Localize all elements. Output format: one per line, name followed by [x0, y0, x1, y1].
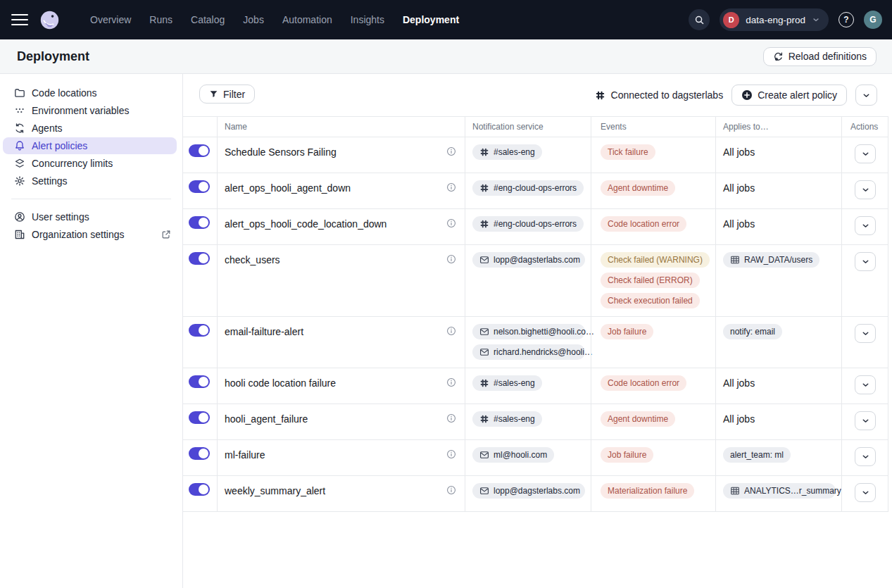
- policy-enabled-toggle[interactable]: [189, 375, 210, 388]
- reload-definitions-button[interactable]: Reload definitions: [763, 47, 877, 66]
- main-content: Filter Connected to dagsterlabs Create a…: [183, 74, 892, 588]
- sidebar-item-environment-variables[interactable]: Environment variables: [3, 102, 177, 119]
- policy-name-cell: Schedule Sensors Failing: [217, 137, 465, 173]
- sidebar-item-label: Concurrency limits: [32, 158, 113, 169]
- reload-definitions-label: Reload definitions: [789, 51, 867, 62]
- policy-toggle-cell: [183, 317, 217, 368]
- events-cell: Materialization failure: [591, 476, 715, 511]
- row-actions-menu-button[interactable]: [855, 144, 876, 163]
- row-actions-menu-button[interactable]: [855, 252, 876, 271]
- policy-enabled-toggle[interactable]: [189, 447, 210, 460]
- policy-enabled-toggle[interactable]: [189, 216, 210, 229]
- info-icon[interactable]: [446, 413, 456, 423]
- dagster-logo-icon[interactable]: [39, 10, 60, 30]
- nav-item-automation[interactable]: Automation: [273, 14, 341, 25]
- policy-name: hooli code location failure: [225, 377, 336, 389]
- row-actions-menu-button[interactable]: [855, 483, 876, 502]
- applies-to-text: All jobs: [723, 146, 755, 158]
- applies-to-badge: RAW_DATA/users: [723, 252, 819, 268]
- applies-to-label: notify: email: [730, 327, 775, 337]
- row-actions-menu-button[interactable]: [855, 375, 876, 394]
- policy-enabled-toggle[interactable]: [189, 411, 210, 424]
- policy-name: alert_ops_hooli_agent_down: [225, 182, 351, 194]
- applies-to-cell: All jobs: [715, 368, 841, 404]
- nav-item-overview[interactable]: Overview: [81, 14, 140, 25]
- row-actions-menu-button[interactable]: [855, 180, 876, 199]
- notification-badge: #sales-eng: [472, 375, 542, 391]
- info-icon[interactable]: [446, 182, 456, 192]
- create-alert-policy-button[interactable]: Create alert policy: [731, 85, 847, 106]
- nav-item-insights[interactable]: Insights: [341, 14, 394, 25]
- info-icon[interactable]: [446, 326, 456, 336]
- nav-item-deployment[interactable]: Deployment: [394, 14, 468, 25]
- deployment-switcher-label: data-eng-prod: [746, 15, 805, 25]
- notification-badge: #eng-cloud-ops-errors: [472, 180, 584, 196]
- applies-to-cell: All jobs: [715, 173, 841, 208]
- sidebar-item-label: Organization settings: [32, 229, 125, 240]
- notification-label: lopp@dagsterlabs.com: [494, 255, 580, 265]
- slack-icon: [479, 219, 489, 229]
- policy-name: Schedule Sensors Failing: [225, 146, 337, 158]
- chevron-down-icon: [861, 329, 870, 338]
- sidebar-item-settings[interactable]: Settings: [3, 173, 177, 189]
- sidebar-item-organization-settings[interactable]: Organization settings: [3, 226, 177, 243]
- info-icon[interactable]: [446, 485, 456, 495]
- policy-enabled-toggle[interactable]: [189, 324, 210, 337]
- notification-label: #eng-cloud-ops-errors: [494, 219, 577, 229]
- applies-to-label: alert_team: ml: [730, 450, 784, 460]
- notification-service-cell: #sales-eng: [465, 368, 591, 404]
- sidebar-item-user-settings[interactable]: User settings: [3, 208, 177, 225]
- info-icon[interactable]: [446, 254, 456, 264]
- policy-name-cell: email-failture-alert: [217, 317, 465, 368]
- policy-name-cell: hooli_agent_failure: [217, 404, 465, 439]
- info-icon[interactable]: [446, 377, 456, 387]
- events-cell: Code location error: [591, 209, 715, 244]
- info-icon[interactable]: [446, 449, 456, 459]
- table-row: email-failture-alertnelson.bighetti@hool…: [183, 317, 888, 368]
- policy-toggle-cell: [183, 368, 217, 404]
- notification-service-cell: lopp@dagsterlabs.com: [465, 245, 591, 316]
- policy-enabled-toggle[interactable]: [189, 180, 210, 193]
- policy-enabled-toggle[interactable]: [189, 252, 210, 265]
- row-actions-menu-button[interactable]: [855, 447, 876, 466]
- help-icon[interactable]: ?: [838, 12, 854, 27]
- policy-enabled-toggle[interactable]: [189, 144, 210, 157]
- notification-badge: lopp@dagsterlabs.com: [472, 483, 585, 499]
- sidebar-item-code-locations[interactable]: Code locations: [3, 85, 177, 101]
- primary-nav: OverviewRunsCatalogJobsAutomationInsight…: [81, 14, 468, 25]
- nav-item-runs[interactable]: Runs: [140, 14, 182, 25]
- filter-button[interactable]: Filter: [199, 85, 255, 104]
- actions-cell: [841, 137, 888, 173]
- notification-label: richard.hendricks@hooli…: [494, 347, 593, 357]
- chevron-down-icon: [812, 15, 820, 24]
- create-alert-policy-menu-button[interactable]: [855, 85, 877, 106]
- sidebar-item-agents[interactable]: Agents: [3, 120, 177, 137]
- notification-service-cell: #eng-cloud-ops-errors: [465, 209, 591, 244]
- sidebar-item-label: Code locations: [32, 87, 97, 99]
- row-actions-menu-button[interactable]: [855, 324, 876, 343]
- email-icon: [479, 486, 489, 496]
- user-avatar[interactable]: G: [864, 11, 882, 29]
- row-actions-menu-button[interactable]: [855, 216, 876, 235]
- row-actions-menu-button[interactable]: [855, 411, 876, 430]
- event-badge: Check failed (WARNING): [601, 252, 710, 268]
- sidebar-item-concurrency-limits[interactable]: Concurrency limits: [3, 155, 177, 172]
- column-header-toggle: [183, 117, 217, 137]
- policy-name-cell: weekly_summary_alert: [217, 476, 465, 511]
- hamburger-menu-icon[interactable]: [11, 14, 28, 25]
- nav-item-catalog[interactable]: Catalog: [182, 14, 234, 25]
- applies-to-cell: ANALYTICS…r_summary: [715, 476, 841, 511]
- events-cell: Job failure: [591, 440, 715, 475]
- info-icon[interactable]: [446, 218, 456, 228]
- deployment-switcher[interactable]: D data-eng-prod: [720, 8, 829, 31]
- notification-badge: ml@hooli.com: [472, 447, 554, 463]
- policy-name: email-failture-alert: [225, 326, 303, 337]
- sidebar-item-label: Settings: [32, 175, 68, 187]
- info-icon[interactable]: [446, 146, 456, 156]
- table-row: hooli code location failure#sales-engCod…: [183, 368, 888, 404]
- sidebar-item-alert-policies[interactable]: Alert policies: [3, 137, 177, 154]
- column-header-events: Events: [591, 117, 715, 137]
- policy-enabled-toggle[interactable]: [189, 483, 210, 496]
- nav-item-jobs[interactable]: Jobs: [234, 14, 273, 25]
- search-button[interactable]: [689, 9, 710, 30]
